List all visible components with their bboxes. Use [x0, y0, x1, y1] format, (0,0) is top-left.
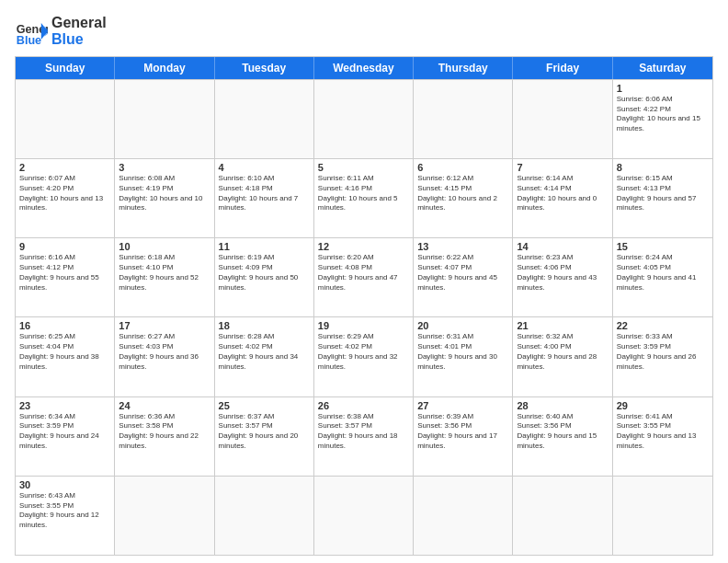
calendar-header: SundayMondayTuesdayWednesdayThursdayFrid… [16, 57, 712, 79]
svg-text:Blue: Blue [17, 35, 41, 48]
day-number: 8 [617, 162, 709, 173]
day-cell-19: 19Sunrise: 6:29 AM Sunset: 4:02 PM Dayli… [314, 317, 414, 396]
day-info: Sunrise: 6:16 AM Sunset: 4:12 PM Dayligh… [19, 253, 110, 293]
day-info: Sunrise: 6:11 AM Sunset: 4:16 PM Dayligh… [318, 174, 409, 213]
day-info: Sunrise: 6:25 AM Sunset: 4:04 PM Dayligh… [19, 332, 110, 372]
day-info: Sunrise: 6:36 AM Sunset: 3:58 PM Dayligh… [119, 412, 210, 452]
day-number: 6 [417, 162, 508, 173]
day-number: 28 [517, 400, 608, 411]
day-info: Sunrise: 6:32 AM Sunset: 4:00 PM Dayligh… [517, 332, 608, 372]
day-info: Sunrise: 6:12 AM Sunset: 4:15 PM Dayligh… [417, 174, 508, 213]
day-info: Sunrise: 6:38 AM Sunset: 3:57 PM Dayligh… [318, 412, 409, 452]
day-cell-28: 28Sunrise: 6:40 AM Sunset: 3:56 PM Dayli… [513, 397, 612, 476]
weekday-header-saturday: Saturday [613, 57, 712, 79]
day-number: 21 [517, 320, 608, 331]
day-cell-6: 6Sunrise: 6:12 AM Sunset: 4:15 PM Daylig… [414, 159, 513, 237]
day-cell-2: 2Sunrise: 6:07 AM Sunset: 4:20 PM Daylig… [16, 159, 115, 237]
day-cell-1: 1Sunrise: 6:06 AM Sunset: 4:22 PM Daylig… [613, 80, 712, 158]
day-info: Sunrise: 6:41 AM Sunset: 3:55 PM Dayligh… [617, 412, 709, 452]
calendar-body: 1Sunrise: 6:06 AM Sunset: 4:22 PM Daylig… [16, 79, 712, 555]
day-number: 12 [318, 241, 409, 252]
day-info: Sunrise: 6:08 AM Sunset: 4:19 PM Dayligh… [119, 174, 210, 213]
logo-blue: Blue [51, 31, 107, 48]
day-cell-15: 15Sunrise: 6:24 AM Sunset: 4:05 PM Dayli… [613, 238, 712, 316]
day-number: 29 [617, 400, 709, 411]
day-cell-27: 27Sunrise: 6:39 AM Sunset: 3:56 PM Dayli… [414, 397, 513, 476]
day-info: Sunrise: 6:39 AM Sunset: 3:56 PM Dayligh… [417, 412, 508, 452]
day-number: 23 [19, 400, 110, 411]
day-cell-12: 12Sunrise: 6:20 AM Sunset: 4:08 PM Dayli… [314, 238, 414, 316]
day-number: 27 [417, 400, 508, 411]
day-cell-5: 5Sunrise: 6:11 AM Sunset: 4:16 PM Daylig… [314, 159, 414, 237]
weekday-header-wednesday: Wednesday [314, 57, 414, 79]
empty-cell [314, 477, 414, 555]
day-number: 17 [119, 320, 210, 331]
day-info: Sunrise: 6:24 AM Sunset: 4:05 PM Dayligh… [617, 253, 709, 293]
day-cell-8: 8Sunrise: 6:15 AM Sunset: 4:13 PM Daylig… [613, 159, 712, 237]
day-info: Sunrise: 6:43 AM Sunset: 3:55 PM Dayligh… [19, 491, 110, 531]
empty-cell [414, 477, 513, 555]
day-cell-24: 24Sunrise: 6:36 AM Sunset: 3:58 PM Dayli… [115, 397, 214, 476]
day-cell-17: 17Sunrise: 6:27 AM Sunset: 4:03 PM Dayli… [115, 317, 214, 396]
weekday-header-monday: Monday [115, 57, 214, 79]
day-number: 13 [417, 241, 508, 252]
day-number: 1 [617, 83, 709, 94]
day-number: 19 [318, 320, 409, 331]
day-number: 30 [19, 479, 110, 490]
cal-row: 16Sunrise: 6:25 AM Sunset: 4:04 PM Dayli… [16, 316, 712, 396]
day-info: Sunrise: 6:07 AM Sunset: 4:20 PM Dayligh… [19, 174, 110, 213]
empty-cell [613, 477, 712, 555]
day-number: 15 [617, 241, 709, 252]
day-number: 2 [19, 162, 110, 173]
day-number: 26 [318, 400, 409, 411]
day-cell-23: 23Sunrise: 6:34 AM Sunset: 3:59 PM Dayli… [16, 397, 115, 476]
day-number: 22 [617, 320, 709, 331]
logo-icon: General Blue [15, 15, 48, 48]
day-info: Sunrise: 6:06 AM Sunset: 4:22 PM Dayligh… [617, 95, 709, 134]
day-cell-18: 18Sunrise: 6:28 AM Sunset: 4:02 PM Dayli… [215, 317, 314, 396]
day-info: Sunrise: 6:29 AM Sunset: 4:02 PM Dayligh… [318, 332, 409, 372]
logo-general: General [51, 15, 107, 31]
page: General Blue General Blue SundayMondayTu… [0, 0, 728, 563]
day-cell-21: 21Sunrise: 6:32 AM Sunset: 4:00 PM Dayli… [513, 317, 612, 396]
day-cell-25: 25Sunrise: 6:37 AM Sunset: 3:57 PM Dayli… [215, 397, 314, 476]
day-cell-13: 13Sunrise: 6:22 AM Sunset: 4:07 PM Dayli… [414, 238, 513, 316]
day-cell-29: 29Sunrise: 6:41 AM Sunset: 3:55 PM Dayli… [613, 397, 712, 476]
day-info: Sunrise: 6:27 AM Sunset: 4:03 PM Dayligh… [119, 332, 210, 372]
day-info: Sunrise: 6:31 AM Sunset: 4:01 PM Dayligh… [417, 332, 508, 372]
day-number: 7 [517, 162, 608, 173]
day-number: 3 [119, 162, 210, 173]
day-cell-20: 20Sunrise: 6:31 AM Sunset: 4:01 PM Dayli… [414, 317, 513, 396]
cal-row: 23Sunrise: 6:34 AM Sunset: 3:59 PM Dayli… [16, 396, 712, 476]
day-number: 11 [219, 241, 310, 252]
day-cell-22: 22Sunrise: 6:33 AM Sunset: 3:59 PM Dayli… [613, 317, 712, 396]
day-cell-7: 7Sunrise: 6:14 AM Sunset: 4:14 PM Daylig… [513, 159, 612, 237]
day-number: 20 [417, 320, 508, 331]
day-cell-10: 10Sunrise: 6:18 AM Sunset: 4:10 PM Dayli… [115, 238, 214, 316]
day-cell-14: 14Sunrise: 6:23 AM Sunset: 4:06 PM Dayli… [513, 238, 612, 316]
header: General Blue General Blue [15, 15, 713, 49]
day-info: Sunrise: 6:15 AM Sunset: 4:13 PM Dayligh… [617, 174, 709, 213]
cal-row: 2Sunrise: 6:07 AM Sunset: 4:20 PM Daylig… [16, 158, 712, 237]
day-info: Sunrise: 6:23 AM Sunset: 4:06 PM Dayligh… [517, 253, 608, 293]
day-info: Sunrise: 6:19 AM Sunset: 4:09 PM Dayligh… [219, 253, 310, 293]
empty-cell [215, 80, 314, 158]
empty-cell [115, 477, 214, 555]
day-info: Sunrise: 6:22 AM Sunset: 4:07 PM Dayligh… [417, 253, 508, 293]
day-number: 4 [219, 162, 310, 173]
day-info: Sunrise: 6:20 AM Sunset: 4:08 PM Dayligh… [318, 253, 409, 293]
day-info: Sunrise: 6:37 AM Sunset: 3:57 PM Dayligh… [219, 412, 310, 452]
day-number: 10 [119, 241, 210, 252]
day-info: Sunrise: 6:34 AM Sunset: 3:59 PM Dayligh… [19, 412, 110, 452]
cal-row: 30Sunrise: 6:43 AM Sunset: 3:55 PM Dayli… [16, 476, 712, 555]
cal-row: 9Sunrise: 6:16 AM Sunset: 4:12 PM Daylig… [16, 237, 712, 316]
empty-cell [513, 477, 612, 555]
empty-cell [414, 80, 513, 158]
logo: General Blue General Blue [15, 15, 107, 49]
day-number: 18 [219, 320, 310, 331]
day-info: Sunrise: 6:18 AM Sunset: 4:10 PM Dayligh… [119, 253, 210, 293]
weekday-header-tuesday: Tuesday [215, 57, 314, 79]
day-cell-16: 16Sunrise: 6:25 AM Sunset: 4:04 PM Dayli… [16, 317, 115, 396]
day-info: Sunrise: 6:40 AM Sunset: 3:56 PM Dayligh… [517, 412, 608, 452]
day-number: 9 [19, 241, 110, 252]
